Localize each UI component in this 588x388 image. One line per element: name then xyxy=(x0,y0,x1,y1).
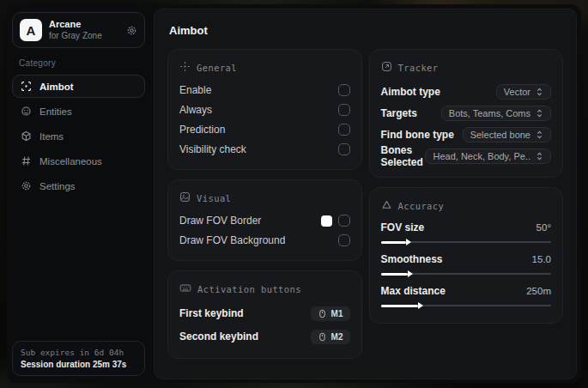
accuracy-card-header: Accuracy xyxy=(381,198,552,214)
app-subtitle: for Gray Zone xyxy=(49,31,119,42)
targets-dropdown[interactable]: Bots, Teams, Coms xyxy=(441,106,551,121)
visual-card-header: Visual xyxy=(179,191,350,206)
keybind-label: First keybind xyxy=(179,307,244,319)
sidebar-item-aimbot[interactable]: Aimbot xyxy=(12,75,145,98)
tracker-row: Targets Bots, Teams, Coms xyxy=(381,102,552,124)
target-arrow-icon xyxy=(381,60,392,76)
fov-border-color-swatch[interactable] xyxy=(321,215,332,227)
keybind-row: Second keybind M2 xyxy=(179,325,350,348)
enable-checkbox[interactable] xyxy=(338,84,350,96)
find-bone-type-dropdown[interactable]: Selected bone xyxy=(463,127,551,142)
max-distance-slider[interactable] xyxy=(381,301,552,310)
sidebar-item-items[interactable]: Items xyxy=(12,124,145,148)
prediction-checkbox[interactable] xyxy=(338,124,350,136)
setting-row: Visibility check xyxy=(179,140,350,159)
columns: General Enable Always Prediction xyxy=(167,49,563,359)
sidebar-item-label: Aimbot xyxy=(39,82,74,92)
app-header-card: A Arcane for Gray Zone xyxy=(12,12,145,48)
first-keybind-button[interactable]: M1 xyxy=(311,306,350,321)
tracker-row: Bones Selected Head, Neck, Body, Pe.. xyxy=(381,145,552,167)
app-logo: A xyxy=(20,19,42,41)
dropdown-value: Bots, Teams, Coms xyxy=(449,108,530,118)
tracker-card-header: Tracker xyxy=(381,60,552,76)
setting-label: Draw FOV Border xyxy=(179,215,261,227)
slider-row: Max distance 250m xyxy=(381,282,552,300)
gear-icon xyxy=(20,180,32,191)
keybind-value: M2 xyxy=(331,332,343,342)
smoothness-slider[interactable] xyxy=(381,270,552,278)
second-keybind-button[interactable]: M2 xyxy=(311,330,350,344)
left-column: General Enable Always Prediction xyxy=(167,49,362,359)
card-title: Tracker xyxy=(398,63,439,73)
subscription-card: Sub expires in 6d 04h Session duration 2… xyxy=(12,341,145,376)
sidebar: A Arcane for Gray Zone Category xyxy=(7,4,150,383)
tracker-label: Targets xyxy=(381,107,417,119)
aimbot-type-dropdown[interactable]: Vector xyxy=(496,84,551,100)
crosshair-icon xyxy=(20,81,32,92)
page-title: Aimbot xyxy=(169,24,563,37)
keybind-label: Second keybind xyxy=(179,330,258,343)
accuracy-card: Accuracy FOV size 50° Smoothness 1 xyxy=(369,187,564,324)
slider-label: FOV size xyxy=(381,221,425,233)
keybind-value: M1 xyxy=(331,309,343,318)
game-background: A Arcane for Gray Zone Category xyxy=(0,0,588,388)
arcane-menu-window: A Arcane for Gray Zone Category xyxy=(7,4,581,383)
setting-label: Always xyxy=(179,104,212,116)
setting-label: Prediction xyxy=(179,124,225,136)
visual-card: Visual Draw FOV Border Draw FOV Backgrou… xyxy=(167,179,362,261)
slider-label: Smoothness xyxy=(381,253,443,265)
unfold-icon xyxy=(536,109,543,118)
card-title: Visual xyxy=(197,193,231,203)
dropdown-value: Head, Neck, Body, Pe.. xyxy=(433,151,530,161)
setting-label: Draw FOV Background xyxy=(179,234,285,246)
setting-row: Enable xyxy=(179,81,350,100)
hash-icon xyxy=(20,155,32,167)
bones-selected-dropdown[interactable]: Head, Neck, Body, Pe.. xyxy=(425,149,551,164)
tracker-label: Find bone type xyxy=(381,129,454,141)
dropdown-value: Vector xyxy=(504,87,530,97)
keyboard-icon xyxy=(179,282,191,297)
card-title: Activation buttons xyxy=(197,284,301,294)
setting-row: Draw FOV Border xyxy=(179,211,350,230)
card-title: General xyxy=(197,63,237,73)
sidebar-item-settings[interactable]: Settings xyxy=(12,174,145,197)
tracker-row: Aimbot type Vector xyxy=(381,81,552,102)
gear-icon[interactable] xyxy=(126,25,137,36)
slider-fill xyxy=(381,241,407,244)
sidebar-item-label: Entities xyxy=(39,106,72,117)
box-icon xyxy=(20,130,32,142)
fov-size-slider[interactable] xyxy=(381,238,552,246)
activation-card: Activation buttons First keybind M1 xyxy=(167,270,362,359)
general-card: General Enable Always Prediction xyxy=(167,49,362,170)
visibility-check-checkbox[interactable] xyxy=(338,143,350,155)
card-title: Accuracy xyxy=(398,201,445,211)
slider-row: FOV size 50° xyxy=(381,219,552,236)
activation-card-header: Activation buttons xyxy=(179,282,350,297)
tracker-row: Find bone type Selected bone xyxy=(381,124,552,145)
setting-row: Prediction xyxy=(179,120,350,139)
setting-row: Always xyxy=(179,100,350,119)
tracker-label: Aimbot type xyxy=(381,86,440,98)
keybind-row: First keybind M1 xyxy=(179,302,350,324)
sub-expiry-text: Sub expires in 6d 04h xyxy=(21,348,136,357)
draw-fov-background-checkbox[interactable] xyxy=(338,234,350,246)
slider-value: 15.0 xyxy=(532,254,551,264)
sidebar-item-entities[interactable]: Entities xyxy=(12,100,145,123)
always-checkbox[interactable] xyxy=(338,104,350,116)
unfold-icon xyxy=(536,88,543,96)
sidebar-nav: Aimbot Entities xyxy=(12,75,145,197)
image-icon xyxy=(179,191,191,206)
main-panel: Aimbot General xyxy=(154,9,577,379)
category-label: Category xyxy=(19,58,145,68)
tracker-label: Bones Selected xyxy=(381,144,426,168)
sidebar-item-label: Items xyxy=(39,131,64,142)
sidebar-item-miscellaneous[interactable]: Miscellaneous xyxy=(12,149,145,173)
entities-icon xyxy=(20,106,32,117)
sidebar-item-label: Settings xyxy=(39,181,76,191)
general-card-header: General xyxy=(179,60,350,76)
unfold-icon xyxy=(536,152,543,161)
crosshair-dotted-icon xyxy=(179,60,191,76)
setting-row: Draw FOV Background xyxy=(179,231,350,250)
triangle-icon xyxy=(381,198,392,214)
draw-fov-border-checkbox[interactable] xyxy=(338,215,350,227)
